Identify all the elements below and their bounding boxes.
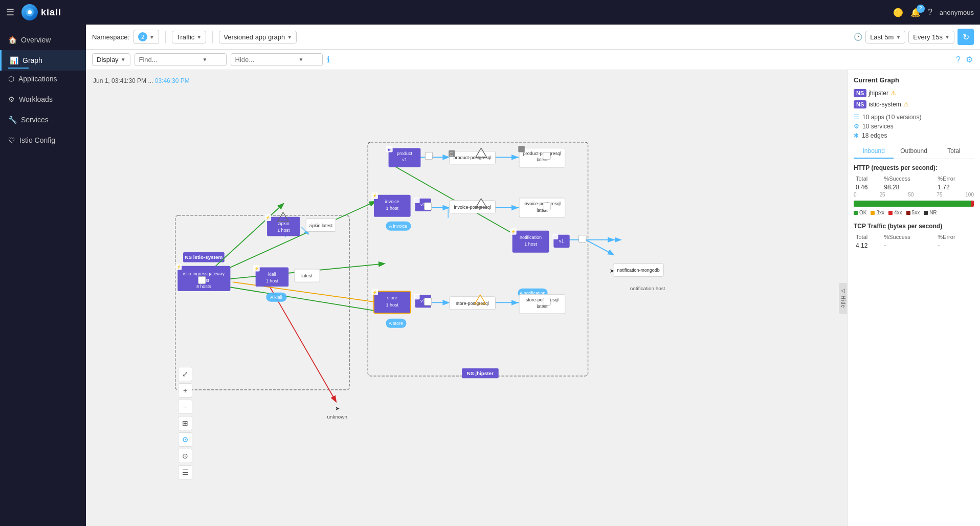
namespace-dropdown[interactable]: 2 ▼ (133, 30, 159, 44)
find-input-container[interactable]: ▼ (135, 53, 227, 66)
zoom-in-button[interactable]: + (178, 383, 192, 398)
svg-text:v1: v1 (559, 238, 564, 244)
legend-nr-dot (924, 211, 928, 215)
tcp-metric-section: TCP Traffic (bytes per second) Total %Su… (854, 223, 974, 250)
svg-text:store: store (387, 295, 397, 300)
notification-count: 2 (917, 5, 925, 13)
toolbar-row2-right: ? ⚙ (955, 54, 974, 65)
sidebar-item-label: Overview (21, 36, 51, 44)
progress-ok (854, 201, 971, 207)
info-icon[interactable]: ℹ (327, 55, 330, 64)
tab-total[interactable]: Total (934, 144, 974, 159)
graph-svg[interactable]: NS jhipster NS istio-system (86, 70, 847, 526)
fit-graph-button[interactable]: ⤢ (178, 367, 192, 381)
hide-input[interactable] (235, 56, 297, 63)
progress-axis: 0 25 50 75 100 (854, 192, 974, 198)
apps-icon: ☰ (854, 114, 859, 121)
legend-ok: OK (854, 210, 866, 215)
stats-row-edges: ✱ 18 edges (854, 132, 974, 139)
sidebar: 🏠 Overview 📊 Graph ⬡ Applications ⚙ Work… (0, 25, 86, 526)
logo-text: kiali (41, 7, 61, 18)
display-dropdown[interactable]: Display ▼ (92, 53, 130, 66)
hide-input-container[interactable]: ▼ (231, 53, 323, 66)
sidebar-item-istio-config[interactable]: 🛡 Istio Config (0, 130, 86, 150)
svg-rect-113 (543, 152, 550, 159)
svg-text:➤: ➤ (335, 405, 340, 411)
svg-text:latest: latest (301, 273, 313, 278)
tab-outbound[interactable]: Outbound (894, 144, 933, 159)
graph-type-label: Versioned app graph (224, 33, 285, 41)
navbar-right: 🟡 🔔 2 ? anonymous (893, 8, 974, 17)
svg-rect-112 (425, 152, 432, 159)
user-label[interactable]: anonymous (940, 9, 974, 16)
http-metric-row: 0.46 98.28 1.72 (854, 183, 974, 192)
tcp-metric-table: Total %Success %Error 4.12 - - (854, 233, 974, 250)
legend-button[interactable]: ☰ (178, 465, 192, 479)
notification-badge[interactable]: 🔔 2 (910, 8, 921, 17)
svg-text:kiali: kiali (268, 272, 276, 277)
tcp-col-success: %Success (882, 233, 936, 241)
graph-timestamp-link[interactable]: 03:46:30 PM (155, 77, 190, 84)
cluster-button[interactable]: ⊙ (178, 432, 192, 447)
svg-text:▢: ▢ (450, 151, 454, 156)
svg-text:⚡: ⚡ (372, 290, 377, 295)
toolbar-right: 🕐 Last 5m ▼ Every 15s ▼ ↻ (854, 29, 974, 45)
svg-text:store-postgresql: store-postgresql (526, 297, 559, 302)
axis-0: 0 (854, 192, 857, 198)
help-icon[interactable]: ? (928, 8, 932, 17)
time-clock-icon: 🕐 (854, 33, 862, 41)
svg-text:⚡: ⚡ (372, 193, 377, 198)
refresh-button[interactable]: ↻ (957, 29, 974, 45)
zoom-out-button[interactable]: − (178, 400, 192, 414)
sidebar-item-services[interactable]: 🔧 Services (0, 109, 86, 130)
http-total-val: 0.46 (854, 183, 882, 192)
help-graph-button[interactable]: ? (955, 54, 962, 65)
find-input[interactable] (139, 56, 201, 63)
ns-name-jhipster: jhipster (868, 90, 888, 97)
settings-button[interactable]: ⚙ (965, 54, 974, 65)
svg-text:NS jhipster: NS jhipster (467, 370, 494, 376)
map-controls: ⤢ + − ⊞ ⊙ ⊙ ☰ (178, 367, 192, 479)
hide-panel-toggle[interactable]: ◁ Hide (839, 283, 847, 314)
traffic-dropdown[interactable]: Traffic ▼ (172, 31, 206, 43)
svg-text:⚡: ⚡ (265, 215, 270, 220)
http-col-success: %Success (882, 174, 936, 183)
progress-error (971, 201, 974, 207)
svg-text:⚡: ⚡ (254, 266, 259, 271)
hamburger-icon[interactable]: ☰ (6, 7, 14, 18)
stats-services: 10 services (862, 123, 894, 130)
svg-text:A store: A store (389, 321, 403, 326)
cluster2-button[interactable]: ⊙ (178, 449, 192, 463)
sidebar-item-applications[interactable]: ⬡ Applications (0, 69, 86, 89)
ns-badge-istio: NS (854, 100, 866, 108)
stats-row-services: ⚙ 10 services (854, 123, 974, 130)
time-range-dropdown[interactable]: Last 5m ▼ (865, 31, 905, 43)
sidebar-item-workloads[interactable]: ⚙ Workloads (0, 89, 86, 109)
svg-text:⚡: ⚡ (511, 229, 516, 234)
right-panel: Current Graph NS jhipster ⚠ NS istio-sys… (847, 70, 980, 526)
graph-area[interactable]: Jun 1, 03:41:30 PM ... 03:46:30 PM ⤢ + −… (86, 70, 980, 526)
workloads-icon: ⚙ (8, 95, 15, 103)
http-metric-title: HTTP (requests per second): (854, 164, 974, 171)
legend-3xx-dot (871, 211, 875, 215)
toolbar-sep1 (165, 31, 166, 43)
svg-text:istio-ingressgateway: istio-ingressgateway (183, 271, 225, 276)
graph-icon: 📊 (10, 56, 18, 64)
axis-75: 75 (937, 192, 942, 198)
ns-row-jhipster: NS jhipster ⚠ (854, 89, 974, 97)
svg-text:v1: v1 (402, 157, 407, 162)
http-success-val: 98.28 (882, 183, 936, 192)
svg-text:1 host: 1 host (386, 206, 399, 211)
expand-button[interactable]: ⊞ (178, 416, 192, 430)
namespace-label: Namespace: (92, 33, 129, 41)
edges-icon: ✱ (854, 132, 859, 139)
sidebar-item-overview[interactable]: 🏠 Overview (0, 30, 86, 50)
svg-text:A kiali: A kiali (270, 295, 282, 300)
svg-rect-43 (518, 146, 525, 152)
svg-text:1 host: 1 host (277, 228, 290, 233)
sidebar-item-label: Workloads (19, 95, 53, 103)
tab-inbound[interactable]: Inbound (854, 144, 894, 159)
interval-dropdown[interactable]: Every 15s ▼ (908, 31, 954, 43)
svg-rect-118 (543, 298, 550, 305)
graph-type-dropdown[interactable]: Versioned app graph ▼ (219, 31, 297, 43)
